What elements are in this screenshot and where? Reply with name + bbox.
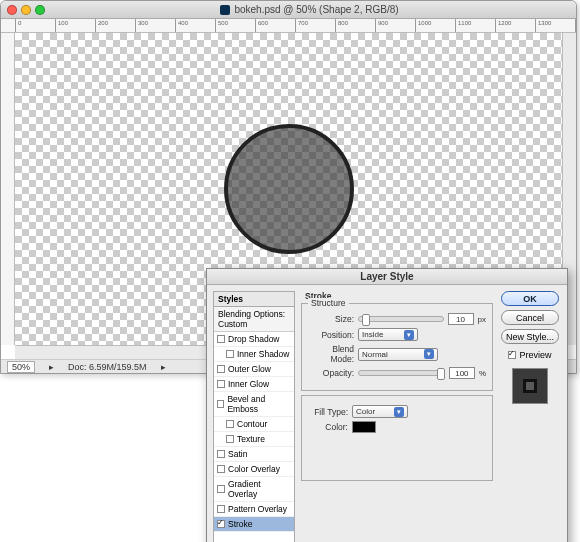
status-arrow-icon[interactable]: ▸ [49,362,54,372]
blending-options-row[interactable]: Blending Options: Custom [214,307,294,332]
opacity-label: Opacity: [308,368,354,378]
style-checkbox[interactable] [226,435,234,443]
styles-list: Styles Blending Options: Custom Drop Sha… [213,291,295,542]
style-label: Inner Shadow [237,349,289,359]
style-checkbox[interactable] [217,505,225,513]
style-checkbox[interactable] [217,520,225,528]
ruler-tick: 400 [175,19,215,33]
zoom-icon[interactable] [35,5,45,15]
document-title: bokeh.psd @ 50% (Shape 2, RGB/8) [49,4,570,15]
preview-label: Preview [519,350,551,360]
style-label: Stroke [228,519,253,529]
zoom-field[interactable]: 50% [7,361,35,373]
style-checkbox[interactable] [217,400,224,408]
color-label: Color: [308,422,348,432]
settings-panel: Stroke Structure Size: 10 px Position: I… [301,291,493,542]
cancel-button[interactable]: Cancel [501,310,559,325]
window-titlebar[interactable]: bokeh.psd @ 50% (Shape 2, RGB/8) [1,1,576,19]
style-row-gradient-overlay[interactable]: Gradient Overlay [214,477,294,502]
style-label: Color Overlay [228,464,280,474]
color-swatch[interactable] [352,421,376,433]
style-checkbox[interactable] [217,450,225,458]
style-checkbox[interactable] [217,380,225,388]
ruler-tick: 800 [335,19,375,33]
ruler-tick: 700 [295,19,335,33]
blendmode-label: Blend Mode: [308,344,354,364]
blendmode-row: Blend Mode: Normal ▾ [308,344,486,364]
style-checkbox[interactable] [217,465,225,473]
fill-fieldset: Fill Type: Color ▾ Color: [301,395,493,481]
style-label: Gradient Overlay [228,479,291,499]
structure-legend: Structure [308,298,349,308]
dialog-title[interactable]: Layer Style [207,269,567,285]
opacity-unit: % [479,369,486,378]
style-row-inner-glow[interactable]: Inner Glow [214,377,294,392]
color-row: Color: [308,421,486,433]
document-title-text: bokeh.psd @ 50% (Shape 2, RGB/8) [234,4,398,15]
size-row: Size: 10 px [308,313,486,325]
preview-swatch [523,379,537,393]
style-checkbox[interactable] [217,335,225,343]
opacity-input[interactable]: 100 [449,367,475,379]
ruler-tick: 1400 [575,19,576,33]
dialog-body: Styles Blending Options: Custom Drop Sha… [207,285,567,542]
ok-button[interactable]: OK [501,291,559,306]
ruler-tick: 200 [95,19,135,33]
ruler-tick: 600 [255,19,295,33]
style-row-outer-glow[interactable]: Outer Glow [214,362,294,377]
ruler-tick: 300 [135,19,175,33]
position-label: Position: [308,330,354,340]
style-label: Satin [228,449,247,459]
ruler-tick: 1300 [535,19,575,33]
style-label: Contour [237,419,267,429]
filltype-select[interactable]: Color ▾ [352,405,408,418]
style-label: Pattern Overlay [228,504,287,514]
filltype-value: Color [356,407,375,416]
style-row-contour[interactable]: Contour [214,417,294,432]
chevron-updown-icon: ▾ [394,407,404,417]
ruler-tick: 1100 [455,19,495,33]
size-input[interactable]: 10 [448,313,474,325]
style-row-drop-shadow[interactable]: Drop Shadow [214,332,294,347]
position-select[interactable]: Inside ▾ [358,328,418,341]
styles-header[interactable]: Styles [214,292,294,307]
style-checkbox[interactable] [226,420,234,428]
ruler-tick: 900 [375,19,415,33]
preview-box [512,368,548,404]
style-label: Bevel and Emboss [227,394,291,414]
layer-style-dialog: Layer Style Styles Blending Options: Cus… [206,268,568,542]
minimize-icon[interactable] [21,5,31,15]
style-label: Outer Glow [228,364,271,374]
style-checkbox[interactable] [217,365,225,373]
close-icon[interactable] [7,5,17,15]
position-row: Position: Inside ▾ [308,328,486,341]
size-slider[interactable] [358,316,444,322]
style-label: Texture [237,434,265,444]
blendmode-select[interactable]: Normal ▾ [358,348,438,361]
style-row-satin[interactable]: Satin [214,447,294,462]
style-checkbox[interactable] [217,485,225,493]
ruler-horizontal[interactable]: 0100200300400500600700800900100011001200… [1,19,576,33]
opacity-slider[interactable] [358,370,445,376]
status-menu-icon[interactable]: ▸ [161,362,166,372]
style-row-bevel-and-emboss[interactable]: Bevel and Emboss [214,392,294,417]
ruler-vertical[interactable] [1,33,15,345]
shape-circle[interactable] [224,124,354,254]
preview-checkbox[interactable] [508,351,516,359]
filltype-row: Fill Type: Color ▾ [308,405,486,418]
doc-size: Doc: 6.59M/159.5M [68,362,147,372]
style-row-stroke[interactable]: Stroke [214,517,294,532]
new-style-button[interactable]: New Style... [501,329,559,344]
chevron-updown-icon: ▾ [404,330,414,340]
style-label: Inner Glow [228,379,269,389]
style-checkbox[interactable] [226,350,234,358]
style-row-pattern-overlay[interactable]: Pattern Overlay [214,502,294,517]
opacity-row: Opacity: 100 % [308,367,486,379]
style-row-color-overlay[interactable]: Color Overlay [214,462,294,477]
ruler-tick: 0 [15,19,55,33]
style-row-texture[interactable]: Texture [214,432,294,447]
style-row-inner-shadow[interactable]: Inner Shadow [214,347,294,362]
preview-toggle[interactable]: Preview [508,350,551,360]
style-label: Drop Shadow [228,334,280,344]
ruler-tick: 100 [55,19,95,33]
